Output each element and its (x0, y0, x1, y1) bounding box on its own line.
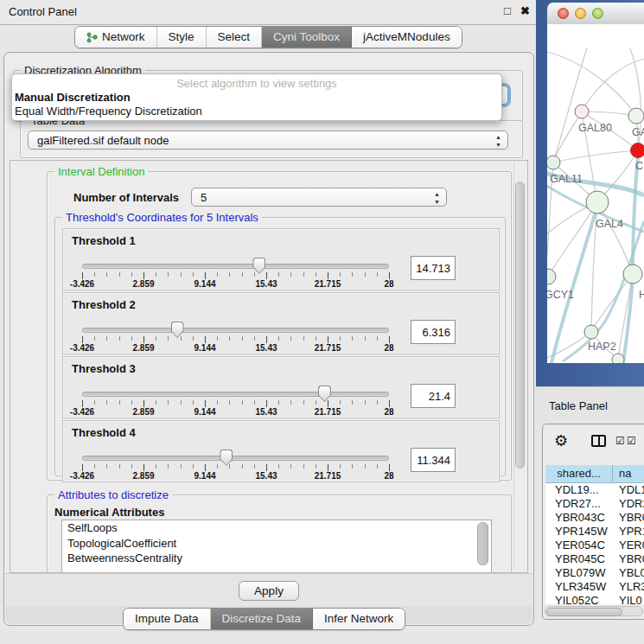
apply-button[interactable]: Apply (239, 581, 299, 601)
table-cell[interactable]: YPR145W (545, 525, 613, 539)
tab-label: Select (218, 27, 251, 48)
tab-label: Style (169, 27, 194, 48)
network-node[interactable] (612, 354, 624, 363)
table-row[interactable]: YDR27...YDR2 (545, 497, 644, 511)
tick-label: 2.859 (132, 407, 154, 417)
table-cell[interactable]: YBR043C (545, 511, 613, 525)
tab-jactivemnodules[interactable]: jActiveMNodules (352, 27, 462, 48)
tick-label: 21.715 (315, 407, 341, 417)
panel-scrollbar-track[interactable] (513, 163, 526, 569)
split-columns-icon[interactable] (591, 435, 606, 447)
table-row[interactable]: YER054CYER0 (545, 539, 644, 552)
column-header-shared-name[interactable]: shared... (545, 465, 613, 482)
node-table[interactable]: shared... na YDL19...YDL1YDR27...YDR2YBR… (545, 465, 644, 604)
table-cell[interactable]: YBR045C (545, 552, 613, 566)
tab-impute-data[interactable]: Impute Data (124, 609, 211, 629)
float-window-icon[interactable]: □ (504, 4, 511, 17)
table-cell[interactable]: YBL079W (545, 566, 613, 580)
table-cell[interactable]: YBR0 (613, 511, 644, 525)
table-cell[interactable]: YDR2 (613, 497, 644, 511)
threshold-value-input[interactable]: 14.713 (411, 256, 456, 280)
network-node-label: GAL11 (550, 173, 583, 185)
dropdown-option[interactable]: Manual Discretization (12, 91, 501, 105)
apply-bar: Apply (5, 573, 532, 607)
close-icon[interactable]: ✖ (520, 4, 530, 17)
dropdown-option[interactable]: Equal Width/Frequency Discretization (12, 105, 501, 118)
table-cell[interactable]: YER0 (613, 539, 644, 552)
tab-select[interactable]: Select (207, 27, 263, 48)
table-panel-title: Table Panel (549, 399, 608, 412)
close-traffic-light-icon[interactable] (558, 8, 569, 19)
table-cell[interactable]: YLR3 (613, 580, 644, 594)
numerical-attributes-list[interactable]: SelfLoopsTopologicalCoefficientBetweenne… (61, 520, 492, 573)
panel-scrollbar-thumb[interactable] (515, 182, 525, 469)
minimize-traffic-light-icon[interactable] (575, 8, 586, 19)
table-row[interactable]: YIL052CYIL0 (545, 594, 644, 604)
table-cell[interactable]: YER054C (545, 539, 613, 552)
tab-label: Impute Data (135, 609, 199, 629)
tab-infer-network[interactable]: Infer Network (313, 609, 405, 629)
tab-network[interactable]: Network (75, 27, 157, 48)
threshold-value-input[interactable]: 11.344 (411, 448, 456, 472)
table-row[interactable]: YPR145WYPR1 (545, 525, 644, 539)
table-hscrollbar-thumb[interactable] (546, 608, 622, 616)
table-hscrollbar-track[interactable] (545, 606, 643, 616)
zoom-traffic-light-icon[interactable] (592, 8, 603, 19)
network-node[interactable] (547, 156, 560, 169)
table-cell[interactable]: YPR1 (613, 525, 644, 539)
network-node[interactable] (628, 108, 644, 124)
tab-cyni-toolbox[interactable]: Cyni Toolbox (262, 27, 352, 48)
table-cell[interactable]: YIL052C (545, 594, 613, 604)
table-cell[interactable]: YBR0 (613, 552, 644, 566)
table-row[interactable]: YBL079WYBL0 (545, 566, 644, 580)
tick-label: 28 (384, 279, 393, 289)
network-node[interactable] (547, 269, 556, 284)
attributes-list-scrollbar[interactable] (477, 522, 488, 565)
network-window-titlebar[interactable] (547, 3, 644, 25)
attributes-group-title: Attributes to discretize (54, 488, 172, 501)
select-rows-check-icon[interactable]: ☑ (627, 436, 636, 446)
spinner-stepper-icon[interactable]: ▲▼ (434, 190, 440, 206)
network-node-label: GAL80 (578, 122, 612, 134)
list-item[interactable]: SelfLoops (62, 520, 491, 536)
tab-label: jActiveMNodules (363, 27, 450, 48)
number-of-intervals-spinner[interactable]: 5 ▲▼ (191, 188, 447, 207)
combo-stepper-icon[interactable]: ▲▼ (495, 133, 501, 149)
network-node[interactable] (631, 143, 644, 158)
table-header-row: shared... na (545, 465, 644, 483)
slider-tick-labels: -3.4262.8599.14415.4321.71528 (82, 229, 389, 290)
table-data-select[interactable]: galFiltered.sif default node ▲▼ (28, 131, 508, 150)
number-of-intervals-label: Number of Intervals (73, 191, 179, 204)
tick-mark (389, 400, 390, 407)
table-cell[interactable]: YDR27... (545, 497, 613, 511)
threshold-value-input[interactable]: 6.316 (411, 320, 456, 344)
gear-icon[interactable]: ⚙ (554, 431, 568, 450)
table-cell[interactable]: YBL0 (613, 566, 644, 580)
network-node[interactable] (575, 105, 589, 118)
table-cell[interactable]: YLR345W (545, 580, 613, 594)
select-columns-check-icon[interactable]: ☑ (615, 436, 625, 446)
network-node[interactable] (584, 325, 598, 339)
table-row[interactable]: YLR345WYLR3 (545, 580, 644, 594)
network-canvas[interactable]: GAL80GACGAL11GAL4GCY1HHAP2 (547, 24, 644, 363)
network-node[interactable] (623, 265, 642, 284)
tick-label: 15.43 (255, 471, 277, 481)
threshold-panel: Threshold 4-3.4262.8599.14415.4321.71528… (62, 420, 500, 482)
table-cell[interactable]: YIL0 (613, 594, 644, 604)
table-row[interactable]: YBR045CYBR0 (545, 552, 644, 566)
list-item[interactable]: BetweennessCentrality (62, 551, 491, 566)
attributes-group: Attributes to discretize Numerical Attri… (47, 494, 512, 573)
network-node[interactable] (586, 191, 609, 214)
table-data-value: galFiltered.sif default node (37, 134, 169, 147)
tab-label: Network (102, 27, 145, 48)
tick-label: -3.426 (70, 343, 94, 353)
column-header-name[interactable]: na (613, 465, 644, 482)
list-item[interactable]: TopologicalCoefficient (62, 536, 491, 552)
table-cell[interactable]: YDL19... (545, 483, 613, 497)
tab-discretize-data[interactable]: Discretize Data (211, 609, 314, 629)
tab-style[interactable]: Style (157, 27, 207, 48)
table-row[interactable]: YBR043CYBR0 (545, 511, 644, 525)
table-row[interactable]: YDL19...YDL1 (545, 483, 644, 497)
table-cell[interactable]: YDL1 (613, 483, 644, 497)
threshold-value-input[interactable]: 21.4 (411, 384, 456, 408)
